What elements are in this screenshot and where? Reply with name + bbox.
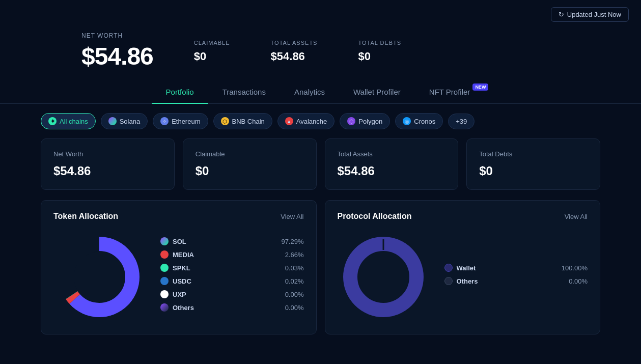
claimable-label: CLAIMABLE xyxy=(194,40,230,46)
legend-sol: SOL 97.29% xyxy=(160,237,304,245)
stat-card-total-debts: Total Debts $0 xyxy=(466,138,600,190)
spkl-pct: 0.03% xyxy=(285,264,304,272)
chain-avalanche-label: Avalanche xyxy=(296,118,327,125)
token-allocation-title: Token Allocation xyxy=(53,212,118,221)
refresh-button[interactable]: ↻ Updated Just Now xyxy=(551,7,629,22)
tab-transactions-label: Transactions xyxy=(222,88,266,96)
legend-uxp: UXP 0.00% xyxy=(160,290,304,298)
total-debts-value: $0 xyxy=(358,50,401,63)
protocol-donut-chart xyxy=(338,231,429,323)
new-badge: NEW xyxy=(472,83,488,91)
token-allocation-card: Token Allocation View All SOL xyxy=(41,200,317,334)
others-dot xyxy=(160,303,169,312)
chain-bnb-label: BNB Chain xyxy=(232,118,265,125)
usdc-dot xyxy=(160,277,169,285)
token-allocation-content: SOL 97.29% MEDIA 2.66% SPKL 0.03% USDC 0… xyxy=(53,231,304,323)
cronos-icon: ◎ xyxy=(403,117,411,125)
protocol-allocation-title: Protocol Allocation xyxy=(338,212,412,221)
chain-avalanche[interactable]: ▲ Avalanche xyxy=(277,113,335,129)
more-chains-button[interactable]: +39 xyxy=(448,114,475,129)
net-worth-label: NET WORTH xyxy=(81,32,153,39)
tab-portfolio-label: Portfolio xyxy=(166,88,194,96)
token-donut-chart xyxy=(53,231,145,323)
tab-nft-profiler[interactable]: NFT Profiler NEW xyxy=(415,80,490,103)
chain-all[interactable]: ✦ All chains xyxy=(41,113,96,129)
media-dot xyxy=(160,250,169,259)
others-pct: 0.00% xyxy=(285,304,304,312)
top-bar: ↻ Updated Just Now xyxy=(0,0,641,27)
tabs-section: Portfolio Transactions Analytics Wallet … xyxy=(0,80,641,104)
usdc-pct: 0.02% xyxy=(285,277,304,285)
total-assets-stat: TOTAL ASSETS $54.86 xyxy=(271,40,318,63)
wallet-dot xyxy=(444,264,453,272)
chain-cronos-label: Cronos xyxy=(414,118,435,125)
net-worth-amount: $54.86 xyxy=(81,42,153,70)
net-worth-left: NET WORTH $54.86 xyxy=(81,32,153,70)
card-net-worth-value: $54.86 xyxy=(53,164,162,178)
card-claimable-label: Claimable xyxy=(196,150,304,158)
token-legend: SOL 97.29% MEDIA 2.66% SPKL 0.03% USDC 0… xyxy=(160,237,304,317)
total-debts-label: TOTAL DEBTS xyxy=(358,40,401,46)
chain-solana-label: Solana xyxy=(120,118,140,125)
chain-ethereum[interactable]: ⟡ Ethereum xyxy=(153,113,208,129)
avalanche-icon: ▲ xyxy=(285,117,293,125)
total-assets-label: TOTAL ASSETS xyxy=(271,40,318,46)
wallet-name: Wallet xyxy=(457,264,485,272)
more-chains-label: +39 xyxy=(456,118,467,125)
chain-ethereum-label: Ethereum xyxy=(172,118,200,125)
others2-pct: 0.00% xyxy=(569,277,588,285)
tab-transactions[interactable]: Transactions xyxy=(208,80,280,103)
sol-pct: 97.29% xyxy=(281,238,303,245)
chain-all-label: All chains xyxy=(60,118,88,125)
card-total-debts-value: $0 xyxy=(479,164,588,178)
svg-point-6 xyxy=(358,251,409,302)
chains-section: ✦ All chains Solana ⟡ Ethereum ⬡ BNB Cha… xyxy=(0,104,641,138)
card-total-assets-label: Total Assets xyxy=(338,150,446,158)
wallet-pct: 100.00% xyxy=(562,264,588,272)
card-total-assets-value: $54.86 xyxy=(338,164,446,178)
legend-wallet: Wallet 100.00% xyxy=(444,264,588,272)
solana-icon xyxy=(108,117,117,125)
sol-dot xyxy=(160,237,169,245)
allocation-section: Token Allocation View All SOL xyxy=(0,200,641,345)
chain-polygon-label: Polygon xyxy=(358,118,382,125)
tab-analytics[interactable]: Analytics xyxy=(280,80,339,103)
protocol-allocation-view-all[interactable]: View All xyxy=(565,213,588,220)
card-total-debts-label: Total Debts xyxy=(479,150,588,158)
stat-card-claimable: Claimable $0 xyxy=(183,138,317,190)
stats-cards: Net Worth $54.86 Claimable $0 Total Asse… xyxy=(0,138,641,200)
others-name: Others xyxy=(173,304,201,312)
refresh-icon: ↻ xyxy=(559,11,564,18)
others2-name: Others xyxy=(457,277,485,285)
claimable-stat: CLAIMABLE $0 xyxy=(194,40,230,63)
token-allocation-view-all[interactable]: View All xyxy=(281,213,303,220)
total-debts-stat: TOTAL DEBTS $0 xyxy=(358,40,401,63)
usdc-name: USDC xyxy=(173,277,201,285)
legend-spkl: SPKL 0.03% xyxy=(160,264,304,272)
spkl-name: SPKL xyxy=(173,264,201,272)
chain-cronos[interactable]: ◎ Cronos xyxy=(395,113,443,129)
chain-polygon[interactable]: ⬡ Polygon xyxy=(340,113,390,129)
ethereum-icon: ⟡ xyxy=(160,117,169,125)
net-worth-section: NET WORTH $54.86 CLAIMABLE $0 TOTAL ASSE… xyxy=(0,27,641,80)
token-allocation-header: Token Allocation View All xyxy=(53,212,304,221)
tab-wallet-profiler[interactable]: Wallet Profiler xyxy=(339,80,415,103)
protocol-legend: Wallet 100.00% Others 0.00% xyxy=(444,264,588,290)
media-name: MEDIA xyxy=(173,251,201,259)
claimable-value: $0 xyxy=(194,50,230,63)
uxp-dot xyxy=(160,290,169,298)
svg-point-3 xyxy=(74,251,125,302)
protocol-allocation-content: Wallet 100.00% Others 0.00% xyxy=(338,231,588,323)
chain-solana[interactable]: Solana xyxy=(101,113,148,129)
legend-usdc: USDC 0.02% xyxy=(160,277,304,285)
stat-card-total-assets: Total Assets $54.86 xyxy=(325,138,459,190)
protocol-donut-svg xyxy=(338,231,429,323)
tab-portfolio[interactable]: Portfolio xyxy=(152,80,208,103)
tab-analytics-label: Analytics xyxy=(294,88,325,96)
bnb-icon: ⬡ xyxy=(221,117,229,125)
card-net-worth-label: Net Worth xyxy=(53,150,162,158)
chain-bnb[interactable]: ⬡ BNB Chain xyxy=(213,113,272,129)
others2-dot xyxy=(444,277,453,285)
net-worth-right: CLAIMABLE $0 TOTAL ASSETS $54.86 TOTAL D… xyxy=(194,40,401,63)
card-claimable-value: $0 xyxy=(196,164,304,178)
